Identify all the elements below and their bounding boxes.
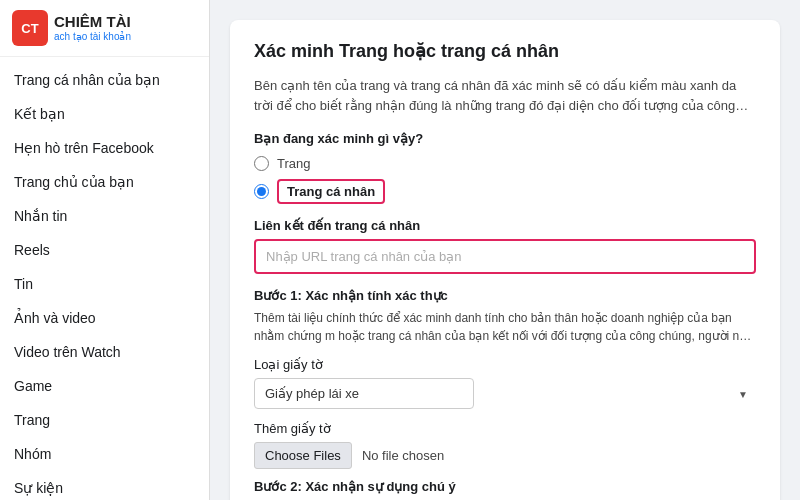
sidebar-item[interactable]: Trang chủ của bạn: [0, 165, 209, 199]
card-title: Xác minh Trang hoặc trang cá nhân: [254, 40, 756, 62]
sidebar-nav: Trang cá nhân của bạnKết bạnHẹn hò trên …: [0, 57, 209, 500]
sidebar-item[interactable]: Kết bạn: [0, 97, 209, 131]
sidebar-item[interactable]: Trang: [0, 403, 209, 437]
sidebar-item[interactable]: Trang cá nhân của bạn: [0, 63, 209, 97]
card-description: Bên cạnh tên của trang và trang cá nhân …: [254, 76, 756, 115]
sidebar-item[interactable]: Reels: [0, 233, 209, 267]
sidebar-item[interactable]: Tin: [0, 267, 209, 301]
radio-ca-nhan[interactable]: Trang cá nhân: [254, 179, 756, 204]
radio-input-ca-nhan[interactable]: [254, 184, 269, 199]
verification-question: Bạn đang xác minh gì vậy?: [254, 131, 756, 146]
file-chosen-text: No file chosen: [362, 448, 444, 463]
sidebar-item[interactable]: Sự kiện: [0, 471, 209, 500]
sidebar-item[interactable]: Video trên Watch: [0, 335, 209, 369]
sidebar-item[interactable]: Hẹn hò trên Facebook: [0, 131, 209, 165]
logo-subtitle: ach tạo tài khoản: [54, 31, 131, 42]
step1-label: Bước 1: Xác nhận tính xác thực: [254, 288, 756, 303]
radio-selected-box: Trang cá nhân: [277, 179, 385, 204]
radio-input-trang[interactable]: [254, 156, 269, 171]
add-document-label: Thêm giấy tờ: [254, 421, 756, 436]
url-input[interactable]: [254, 239, 756, 274]
step2-label: Bước 2: Xác nhận sự dụng chú ý: [254, 479, 756, 494]
logo-title: CHIÊM TÀI: [54, 14, 131, 31]
choose-files-button[interactable]: Choose Files: [254, 442, 352, 469]
radio-label-trang: Trang: [277, 156, 310, 171]
sidebar-logo: CT CHIÊM TÀI ach tạo tài khoản: [0, 0, 209, 57]
logo-icon: CT: [12, 10, 48, 46]
document-type-select-wrapper: Giấy phép lái xeCMND/CCCDHộ chiếu: [254, 378, 756, 409]
url-field-label: Liên kết đến trang cá nhân: [254, 218, 756, 233]
main-content: Xác minh Trang hoặc trang cá nhân Bên cạ…: [210, 0, 800, 500]
sidebar-item[interactable]: Ảnh và video: [0, 301, 209, 335]
sidebar-item[interactable]: Nhắn tin: [0, 199, 209, 233]
radio-group: Trang Trang cá nhân: [254, 156, 756, 204]
sidebar-item[interactable]: Nhóm: [0, 437, 209, 471]
verification-card: Xác minh Trang hoặc trang cá nhân Bên cạ…: [230, 20, 780, 500]
sidebar-item[interactable]: Game: [0, 369, 209, 403]
document-type-label: Loại giấy tờ: [254, 357, 756, 372]
radio-label-ca-nhan: Trang cá nhân: [287, 184, 375, 199]
file-upload-row: Choose Files No file chosen: [254, 442, 756, 469]
radio-trang[interactable]: Trang: [254, 156, 756, 171]
sidebar: CT CHIÊM TÀI ach tạo tài khoản Trang cá …: [0, 0, 210, 500]
document-type-select[interactable]: Giấy phép lái xeCMND/CCCDHộ chiếu: [254, 378, 474, 409]
step1-description: Thêm tài liệu chính thức để xác minh dan…: [254, 309, 756, 345]
